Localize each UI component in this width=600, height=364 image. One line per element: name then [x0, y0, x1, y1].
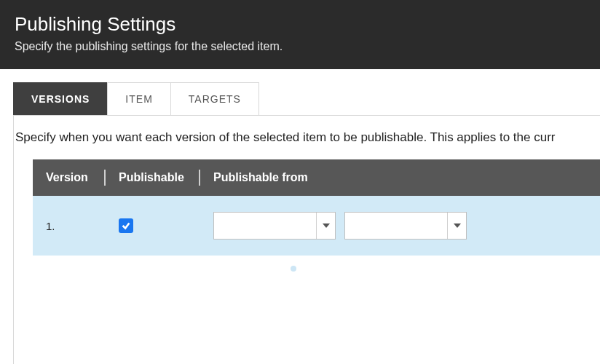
from-date-combo	[213, 212, 336, 240]
from-date-dropdown-button[interactable]	[316, 213, 335, 239]
col-version: Version	[33, 159, 106, 196]
chevron-down-icon	[323, 223, 330, 228]
content-area: VERSIONS ITEM TARGETS Specify when you w…	[0, 69, 600, 364]
cell-publishable-from	[200, 196, 600, 256]
versions-table: Version Publishable Publishable from 1.	[33, 159, 600, 256]
cell-publishable	[106, 196, 200, 256]
tab-strip: VERSIONS ITEM TARGETS	[13, 82, 600, 116]
intro-text: Specify when you want each version of th…	[14, 130, 600, 159]
page-subtitle: Specify the publishing settings for the …	[15, 40, 585, 53]
tab-item[interactable]: ITEM	[107, 82, 170, 115]
tab-panel-versions: Specify when you want each version of th…	[13, 116, 600, 364]
cell-version: 1.	[33, 196, 106, 256]
tab-targets[interactable]: TARGETS	[170, 82, 259, 115]
table-header-row: Version Publishable Publishable from	[33, 159, 600, 196]
col-publishable-from: Publishable from	[200, 159, 600, 196]
from-controls	[213, 212, 467, 240]
dialog-header: Publishing Settings Specify the publishi…	[0, 0, 600, 69]
pager-dot	[291, 266, 296, 272]
table-row: 1.	[33, 196, 600, 256]
from-date-input[interactable]	[214, 213, 316, 239]
col-publishable: Publishable	[106, 159, 200, 196]
from-time-input[interactable]	[345, 213, 447, 239]
svg-marker-0	[323, 223, 330, 228]
publishable-checkbox[interactable]	[119, 218, 133, 233]
from-time-combo	[344, 212, 467, 240]
from-time-dropdown-button[interactable]	[447, 213, 466, 239]
tab-versions[interactable]: VERSIONS	[13, 82, 108, 115]
page-title: Publishing Settings	[15, 13, 585, 36]
chevron-down-icon	[454, 223, 461, 228]
check-icon	[121, 221, 131, 231]
svg-marker-1	[454, 223, 461, 228]
